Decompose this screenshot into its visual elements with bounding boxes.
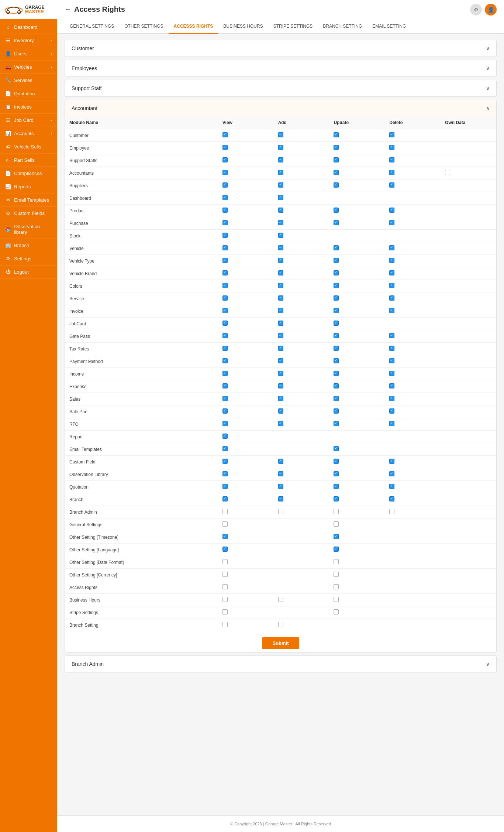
tab-stripe-settings[interactable]: STRIPE SETTINGS	[268, 19, 318, 34]
update-unchecked-icon[interactable]	[334, 559, 339, 564]
tab-general-settings[interactable]: GENERAL SETTINGS	[65, 19, 119, 34]
sidebar-item-jobcard[interactable]: ☰ Job Card ›	[0, 114, 57, 127]
sidebar-item-branch[interactable]: 🏢 Branch	[0, 239, 57, 252]
view-checked-icon[interactable]	[222, 195, 228, 200]
view-checked-icon[interactable]	[222, 308, 228, 313]
add-checked-icon[interactable]	[278, 421, 283, 426]
delete-checked-icon[interactable]	[389, 471, 394, 476]
add-checked-icon[interactable]	[278, 321, 283, 326]
update-checked-icon[interactable]	[334, 383, 339, 388]
delete-unchecked-icon[interactable]	[389, 509, 394, 514]
update-checked-icon[interactable]	[334, 270, 339, 275]
view-checked-icon[interactable]	[222, 270, 228, 275]
sidebar-item-vehicles[interactable]: 🚗 Vehicles ›	[0, 61, 57, 74]
delete-checked-icon[interactable]	[389, 208, 394, 213]
add-checked-icon[interactable]	[278, 157, 283, 162]
gear-button[interactable]: ⚙	[470, 4, 482, 16]
update-checked-icon[interactable]	[334, 321, 339, 326]
update-unchecked-icon[interactable]	[334, 609, 339, 614]
update-checked-icon[interactable]	[334, 496, 339, 501]
delete-checked-icon[interactable]	[389, 421, 394, 426]
delete-checked-icon[interactable]	[389, 383, 394, 388]
delete-checked-icon[interactable]	[389, 333, 394, 338]
view-checked-icon[interactable]	[222, 333, 228, 338]
add-checked-icon[interactable]	[278, 484, 283, 489]
delete-checked-icon[interactable]	[389, 157, 394, 162]
sidebar-item-logout[interactable]: ⏻ Logout	[0, 266, 57, 279]
add-unchecked-icon[interactable]	[278, 509, 283, 514]
view-unchecked-icon[interactable]	[222, 609, 228, 614]
add-checked-icon[interactable]	[278, 182, 283, 188]
update-checked-icon[interactable]	[334, 308, 339, 313]
view-checked-icon[interactable]	[222, 346, 228, 351]
accordion-employees-header[interactable]: Employees ∨	[65, 60, 496, 76]
update-checked-icon[interactable]	[334, 157, 339, 162]
view-checked-icon[interactable]	[222, 434, 228, 439]
delete-checked-icon[interactable]	[389, 132, 394, 137]
add-checked-icon[interactable]	[278, 245, 283, 250]
update-checked-icon[interactable]	[334, 396, 339, 401]
add-checked-icon[interactable]	[278, 170, 283, 175]
update-checked-icon[interactable]	[334, 371, 339, 376]
delete-checked-icon[interactable]	[389, 496, 394, 501]
sidebar-item-compliances[interactable]: 📄 Compliances	[0, 167, 57, 180]
add-checked-icon[interactable]	[278, 270, 283, 275]
add-checked-icon[interactable]	[278, 346, 283, 351]
view-checked-icon[interactable]	[222, 547, 228, 552]
update-unchecked-icon[interactable]	[334, 509, 339, 514]
view-checked-icon[interactable]	[222, 484, 228, 489]
view-unchecked-icon[interactable]	[222, 559, 228, 564]
delete-checked-icon[interactable]	[389, 295, 394, 301]
sidebar-item-reports[interactable]: 📈 Reports	[0, 180, 57, 194]
view-checked-icon[interactable]	[222, 321, 228, 326]
add-checked-icon[interactable]	[278, 333, 283, 338]
add-checked-icon[interactable]	[278, 459, 283, 464]
back-button[interactable]: ←	[65, 6, 71, 13]
view-checked-icon[interactable]	[222, 358, 228, 363]
view-checked-icon[interactable]	[222, 471, 228, 476]
sidebar-item-services[interactable]: 🔧 Services	[0, 74, 57, 87]
tab-business-hours[interactable]: BUSINESS HOURS	[218, 19, 268, 34]
update-checked-icon[interactable]	[334, 446, 339, 451]
update-checked-icon[interactable]	[334, 295, 339, 301]
view-checked-icon[interactable]	[222, 220, 228, 225]
accordion-customer-header[interactable]: Customer ∨	[65, 40, 496, 57]
sidebar-item-users[interactable]: 👤 Users ›	[0, 47, 57, 61]
view-unchecked-icon[interactable]	[222, 509, 228, 514]
add-checked-icon[interactable]	[278, 145, 283, 150]
update-checked-icon[interactable]	[334, 408, 339, 414]
view-checked-icon[interactable]	[222, 295, 228, 301]
update-checked-icon[interactable]	[334, 182, 339, 188]
add-unchecked-icon[interactable]	[278, 597, 283, 602]
delete-checked-icon[interactable]	[389, 346, 394, 351]
update-checked-icon[interactable]	[334, 547, 339, 552]
update-checked-icon[interactable]	[334, 258, 339, 263]
view-checked-icon[interactable]	[222, 233, 228, 238]
add-checked-icon[interactable]	[278, 208, 283, 213]
update-checked-icon[interactable]	[334, 245, 339, 250]
sidebar-item-quotation[interactable]: 📄 Quotation	[0, 87, 57, 100]
tab-branch-setting[interactable]: BRANCH SETTING	[318, 19, 367, 34]
update-checked-icon[interactable]	[334, 333, 339, 338]
sidebar-item-invoices[interactable]: 📋 Invoices	[0, 100, 57, 114]
add-checked-icon[interactable]	[278, 408, 283, 414]
update-checked-icon[interactable]	[334, 346, 339, 351]
delete-checked-icon[interactable]	[389, 308, 394, 313]
view-checked-icon[interactable]	[222, 245, 228, 250]
update-checked-icon[interactable]	[334, 421, 339, 426]
add-checked-icon[interactable]	[278, 308, 283, 313]
add-checked-icon[interactable]	[278, 220, 283, 225]
delete-checked-icon[interactable]	[389, 270, 394, 275]
add-checked-icon[interactable]	[278, 396, 283, 401]
update-unchecked-icon[interactable]	[334, 572, 339, 577]
view-checked-icon[interactable]	[222, 208, 228, 213]
user-button[interactable]: 👤	[485, 4, 497, 16]
sidebar-item-customfields[interactable]: ⚙ Custom Fields	[0, 207, 57, 220]
tab-other-settings[interactable]: OTHER SETTINGS	[119, 19, 168, 34]
view-checked-icon[interactable]	[222, 534, 228, 539]
view-checked-icon[interactable]	[222, 459, 228, 464]
view-checked-icon[interactable]	[222, 170, 228, 175]
tab-access-rights[interactable]: ACCESSS RIGHTS	[169, 19, 218, 34]
sidebar-item-settings[interactable]: ⚙ Settings	[0, 252, 57, 266]
accordion-accountant-header[interactable]: Accountant ∧	[65, 100, 496, 116]
